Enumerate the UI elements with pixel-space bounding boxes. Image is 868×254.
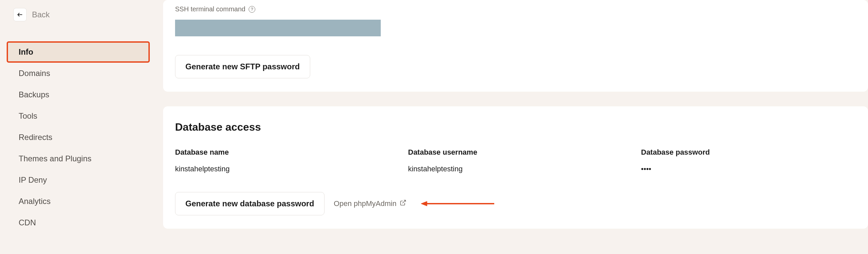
generate-sftp-password-button[interactable]: Generate new SFTP password — [175, 55, 310, 78]
sidebar-item-label: Backups — [19, 90, 49, 99]
help-icon[interactable]: ? — [249, 6, 255, 13]
sidebar-item-domains[interactable]: Domains — [7, 63, 150, 84]
open-phpmyadmin-link[interactable]: Open phpMyAdmin — [334, 199, 406, 208]
database-name-label: Database name — [175, 148, 408, 157]
svg-line-1 — [402, 200, 405, 203]
sidebar-item-themes-plugins[interactable]: Themes and Plugins — [7, 148, 150, 169]
back-button[interactable] — [13, 8, 27, 21]
sidebar-item-tools[interactable]: Tools — [7, 105, 150, 127]
sidebar-item-label: Tools — [19, 111, 37, 120]
database-name-column: Database name kinstahelptesting — [175, 148, 408, 173]
database-username-label: Database username — [408, 148, 641, 157]
nav-list: Info Domains Backups Tools Redirects The… — [7, 41, 150, 233]
sidebar-item-label: Domains — [19, 69, 50, 78]
sidebar-item-label: Analytics — [19, 197, 51, 206]
database-card: Database access Database name kinstahelp… — [163, 106, 868, 229]
database-password-label: Database password — [641, 148, 856, 157]
database-grid: Database name kinstahelptesting Database… — [175, 148, 856, 173]
database-actions: Generate new database password Open phpM… — [175, 192, 856, 215]
annotation-arrow — [421, 201, 494, 207]
back-label: Back — [32, 10, 50, 19]
sidebar-item-label: Info — [19, 47, 33, 56]
sidebar-item-info[interactable]: Info — [7, 41, 150, 63]
sidebar-item-redirects[interactable]: Redirects — [7, 127, 150, 148]
database-username-column: Database username kinstahelptesting — [408, 148, 641, 173]
sidebar-item-backups[interactable]: Backups — [7, 84, 150, 105]
arrow-left-icon — [17, 11, 23, 18]
database-password-value: •••• — [641, 165, 856, 173]
database-section-title: Database access — [175, 121, 856, 133]
database-name-value: kinstahelptesting — [175, 165, 408, 173]
back-row: Back — [7, 8, 150, 21]
ssh-label-row: SSH terminal command ? — [175, 5, 856, 13]
external-link-icon — [400, 199, 406, 208]
sidebar-item-ip-deny[interactable]: IP Deny — [7, 169, 150, 191]
ssh-command-label: SSH terminal command — [175, 5, 245, 13]
sidebar-item-cdn[interactable]: CDN — [7, 212, 150, 233]
button-label: Generate new database password — [185, 199, 314, 208]
database-username-value: kinstahelptesting — [408, 165, 641, 173]
sftp-card: SSH terminal command ? Generate new SFTP… — [163, 0, 868, 92]
sidebar-item-label: Themes and Plugins — [19, 154, 92, 163]
sidebar-item-label: CDN — [19, 218, 36, 227]
svg-marker-3 — [421, 201, 427, 206]
sidebar-item-analytics[interactable]: Analytics — [7, 191, 150, 212]
main-content: SSH terminal command ? Generate new SFTP… — [156, 0, 868, 254]
link-label: Open phpMyAdmin — [334, 199, 396, 208]
database-password-column: Database password •••• — [641, 148, 856, 173]
sidebar-item-label: Redirects — [19, 133, 52, 142]
sidebar: Back Info Domains Backups Tools Redirect… — [0, 0, 156, 254]
button-label: Generate new SFTP password — [185, 62, 300, 71]
sidebar-item-label: IP Deny — [19, 175, 47, 184]
generate-db-password-button[interactable]: Generate new database password — [175, 192, 324, 215]
ssh-command-redacted — [175, 20, 381, 36]
